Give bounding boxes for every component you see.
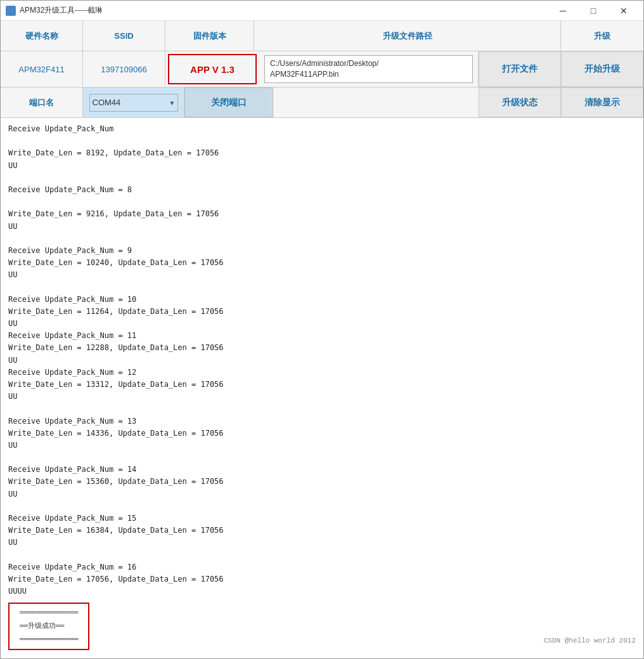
close-button[interactable]: ✕: [609, 2, 638, 20]
port-dropdown-wrapper[interactable]: COM44 ▼: [89, 94, 178, 112]
minimize-button[interactable]: ─: [548, 2, 577, 20]
success-line-2: ══升级成功══: [20, 621, 78, 632]
filepath-value: C:/Users/Administrator/Desktop/ APM32F41…: [259, 51, 479, 87]
upgrade-label: 升级: [561, 21, 643, 51]
success-line-1: ══════════════: [20, 608, 78, 619]
main-window: APM32升级工具-----截琳 ─ □ ✕ 硬件名称 SSID 固件版本 升级…: [0, 0, 644, 659]
window-controls: ─ □ ✕: [548, 2, 638, 20]
hardware-value: APM32F411: [1, 51, 83, 87]
log-content: Receive Update_Pack_Num Write_Date_Len =…: [8, 123, 636, 597]
upgrade-status-button[interactable]: 升级状态: [479, 88, 561, 117]
ssid-label: SSID: [83, 21, 165, 51]
success-line-3-text: ══════════════: [20, 634, 78, 646]
hardware-label: 硬件名称: [1, 21, 83, 51]
log-content-after: Upgrade successfully 串口已挑出 未检测到串口 COM44 …: [8, 655, 636, 658]
header-values-row: APM32F411 1397109066 APP V 1.3 C:/Users/…: [1, 51, 643, 87]
filepath-line2: APM32F411APP.bin: [270, 70, 339, 79]
success-line-2-text: ══升级成功══: [20, 621, 64, 632]
firmware-value: APP V 1.3: [168, 54, 257, 84]
open-file-button[interactable]: 打开文件: [479, 51, 561, 87]
start-upgrade-button[interactable]: 开始升级: [561, 51, 643, 87]
port-name-label: 端口名: [1, 88, 83, 117]
filepath-line1: C:/Users/Administrator/Desktop/: [270, 59, 378, 68]
header-section: 硬件名称 SSID 固件版本 升级文件路径 升级 APM32F411 13971…: [1, 21, 643, 118]
clear-display-button[interactable]: 清除显示: [561, 88, 643, 117]
ssid-value: 1397109066: [83, 51, 165, 87]
port-controls-row: 端口名 COM44 ▼ 关闭端口 升级状态 清除显示: [1, 87, 643, 117]
title-bar: APM32升级工具-----截琳 ─ □ ✕: [1, 1, 643, 21]
success-box: ══════════════ ══升级成功══ ══════════════: [8, 603, 89, 650]
watermark: CSDN @hello world 2012: [544, 636, 636, 647]
filepath-label: 升级文件路径: [254, 21, 561, 51]
header-labels-row: 硬件名称 SSID 固件版本 升级文件路径 升级: [1, 21, 643, 51]
port-select[interactable]: COM44: [89, 94, 178, 112]
close-port-button[interactable]: 关闭端口: [184, 88, 273, 117]
app-icon: [6, 6, 16, 16]
window-title: APM32升级工具-----截琳: [20, 5, 548, 16]
firmware-label: 固件版本: [165, 21, 254, 51]
maximize-button[interactable]: □: [579, 2, 608, 20]
success-line-1-text: ══════════════: [20, 608, 78, 619]
filepath-display: C:/Users/Administrator/Desktop/ APM32F41…: [264, 55, 473, 83]
success-line-3: ══════════════: [20, 634, 78, 646]
port-select-container: COM44 ▼: [83, 88, 184, 117]
log-area[interactable]: Receive Update_Pack_Num Write_Date_Len =…: [1, 118, 643, 658]
success-box-lines: ══════════════ ══升级成功══ ══════════════: [20, 608, 78, 645]
